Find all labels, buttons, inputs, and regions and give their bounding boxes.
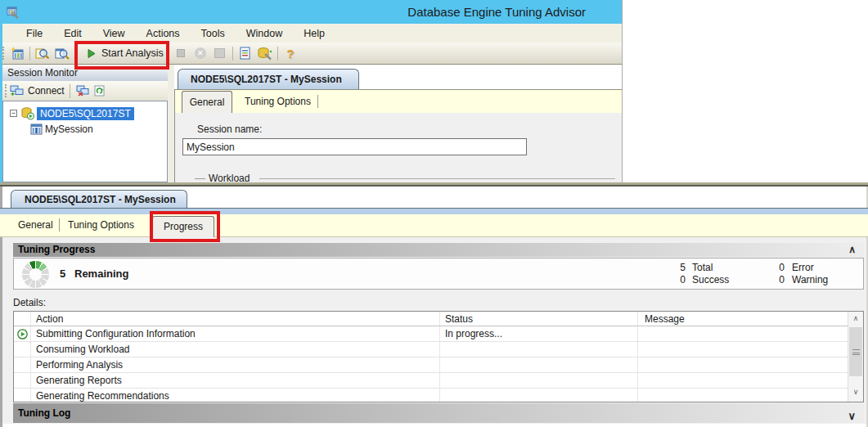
document-tab-underline	[0, 208, 868, 214]
table-row[interactable]: Generating Reports	[14, 373, 848, 389]
error-label: Error	[792, 262, 814, 273]
window-title: Database Engine Tuning Advisor	[407, 5, 586, 19]
table-row[interactable]: Performing Analysis	[14, 357, 848, 373]
status-cell: In progress...	[445, 328, 502, 339]
preview-report-button[interactable]	[236, 44, 255, 62]
remaining-label: Remaining	[74, 267, 128, 280]
refresh-icon	[94, 85, 105, 97]
new-session-button[interactable]	[7, 44, 27, 62]
tuning-progress-header: Tuning Progress	[13, 243, 864, 257]
screenshot-canvas: Database Engine Tuning Advisor File Edit…	[0, 0, 868, 427]
tab-general[interactable]: General	[182, 91, 232, 114]
progress-tab-annotation-box	[150, 211, 220, 242]
menu-view[interactable]: View	[92, 28, 136, 39]
collapse-icon[interactable]	[10, 110, 17, 117]
menu-actions[interactable]: Actions	[136, 28, 191, 39]
connect-label: Connect	[28, 85, 65, 97]
tree-row-session[interactable]: MySession	[3, 121, 167, 137]
scrollbar-down-icon[interactable]	[848, 385, 863, 399]
top-document-area: NODE5\SQL2017ST - MySession General Tuni…	[174, 65, 622, 182]
title-bar: Database Engine Tuning Advisor	[0, 0, 622, 24]
scrollbar-thumb[interactable]	[849, 327, 862, 376]
tab-tuning-options[interactable]: Tuning Options	[68, 214, 134, 236]
tree-server-label[interactable]: NODE5\SQL2017ST	[37, 107, 134, 120]
collapse-section-icon[interactable]	[848, 243, 856, 257]
bottom-tab-strip: General Tuning Options Progress	[0, 214, 868, 237]
menu-bar: File Edit View Actions Tools Window Help	[0, 24, 622, 43]
action-cell: Generating Recommendations	[36, 390, 169, 402]
table-row[interactable]: Submitting Configuration Information In …	[14, 326, 848, 342]
stop-icon	[177, 49, 185, 57]
app-icon	[6, 5, 20, 20]
progress-tab-panel: Tuning Progress 5 Remaining 5 Total 0 Su…	[2, 237, 866, 424]
in-progress-icon	[17, 329, 28, 339]
report-icon	[239, 47, 251, 60]
session-monitor-panel: Session Monitor Connect	[2, 65, 168, 182]
tab-separator	[317, 95, 318, 108]
apply-recommendations-button[interactable]	[210, 44, 230, 62]
top-tab-strip: General Tuning Options	[174, 89, 622, 113]
table-scrollbar[interactable]	[848, 312, 863, 402]
refresh-button[interactable]	[92, 82, 108, 100]
details-table: Action Status Message Submitting Configu…	[13, 311, 864, 402]
menu-help[interactable]: Help	[293, 28, 335, 39]
toolbar-grip	[5, 84, 8, 97]
disconnect-button[interactable]	[75, 82, 92, 100]
tree-session-label[interactable]: MySession	[45, 124, 93, 135]
menu-file[interactable]: File	[16, 28, 53, 39]
session-document-tab[interactable]: NODE5\SQL2017ST - MySession	[11, 190, 187, 209]
session-icon	[30, 124, 43, 135]
connect-icon	[10, 85, 25, 97]
toolbar-separator	[29, 47, 30, 61]
details-label: Details:	[13, 297, 46, 308]
tuning-log-title: Tuning Log	[18, 407, 70, 419]
action-cell: Submitting Configuration Information	[36, 328, 196, 339]
action-cell: Consuming Workload	[36, 344, 130, 355]
tab-general[interactable]: General	[18, 214, 53, 236]
progress-summary-panel: 5 Remaining 5 Total 0 Success 0 Error 0 …	[13, 258, 864, 290]
total-label: Total	[692, 262, 713, 273]
action-cell: Generating Reports	[36, 375, 122, 386]
scrollbar-grip-icon	[852, 349, 860, 355]
tab-tuning-options[interactable]: Tuning Options	[245, 90, 311, 113]
action-cell: Performing Analysis	[36, 359, 123, 371]
database-wrench-icon	[258, 47, 272, 61]
cancel-analysis-button[interactable]	[191, 44, 210, 62]
progress-spinner-icon	[22, 261, 49, 288]
warning-label: Warning	[792, 274, 828, 285]
remaining-count: 5	[60, 267, 65, 280]
apply-icon	[214, 48, 225, 58]
open-workload-button[interactable]	[52, 44, 72, 62]
help-icon	[286, 47, 294, 61]
evaluate-recommendations-button[interactable]	[255, 44, 275, 62]
expand-section-icon[interactable]	[848, 407, 856, 426]
stop-analysis-button[interactable]	[171, 44, 191, 62]
new-session-icon	[11, 47, 25, 61]
open-file-magnifier-icon	[35, 47, 50, 61]
column-header-message[interactable]: Message	[645, 313, 685, 325]
menu-edit[interactable]: Edit	[53, 28, 92, 39]
table-header-row: Action Status Message	[14, 312, 848, 326]
connect-button[interactable]: Connect	[10, 85, 65, 97]
general-tab-panel: Session name: Workload	[174, 113, 622, 182]
progress-window: NODE5\SQL2017ST - MySession General Tuni…	[0, 182, 868, 427]
cancel-icon	[195, 47, 206, 59]
menu-window[interactable]: Window	[236, 28, 293, 39]
column-header-action[interactable]: Action	[36, 313, 63, 325]
success-label: Success	[692, 274, 729, 285]
table-row[interactable]: Consuming Workload	[14, 342, 848, 357]
session-document-tab[interactable]: NODE5\SQL2017ST - MySession	[178, 69, 359, 89]
table-row[interactable]: Generating Recommendations	[14, 389, 848, 402]
help-button[interactable]	[281, 44, 300, 62]
open-session-button[interactable]	[33, 44, 52, 62]
menu-tools[interactable]: Tools	[191, 28, 236, 39]
session-name-input[interactable]	[182, 138, 527, 155]
toolbar-separator	[277, 47, 278, 61]
session-tree: NODE5\SQL2017ST MySession	[2, 101, 168, 182]
column-header-status[interactable]: Status	[445, 313, 473, 325]
dta-main-window: Database Engine Tuning Advisor File Edit…	[0, 0, 623, 182]
tree-row-server[interactable]: NODE5\SQL2017ST	[3, 106, 167, 121]
disconnect-icon	[76, 85, 90, 97]
scrollbar-up-icon[interactable]	[848, 312, 863, 326]
window-border	[0, 0, 2, 182]
